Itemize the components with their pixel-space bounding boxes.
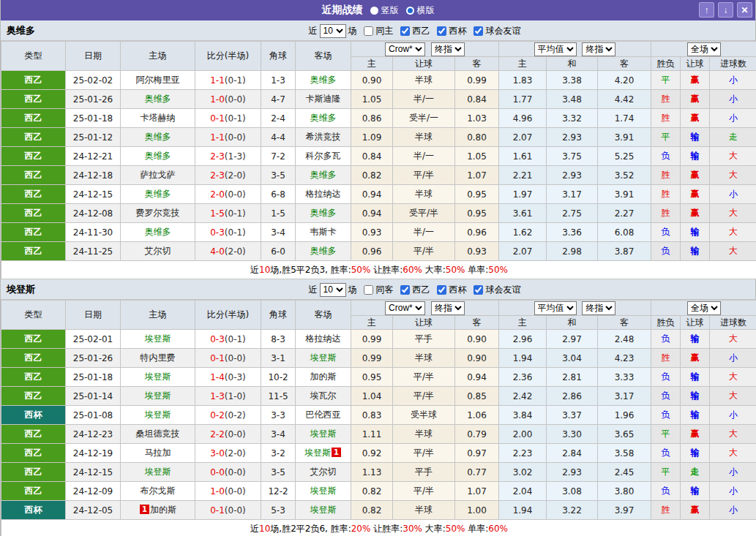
away-team-cell: 埃登斯 (296, 349, 351, 368)
result-goals-cell: 大 (710, 444, 756, 463)
move-down-button[interactable]: ↓ (718, 2, 733, 18)
euro-final-select[interactable]: 终指 (582, 42, 615, 56)
match-count-select[interactable]: 10 (320, 24, 346, 38)
asian-away-odds-cell: 0.99 (455, 71, 499, 90)
euro-draw-odds-cell: 2.93 (547, 128, 598, 147)
euro-home-odds-cell: 1.61 (499, 147, 547, 166)
euro-away-odds-cell: 3.80 (598, 482, 651, 501)
euro-home-odds-cell: 3.61 (499, 204, 547, 223)
match-row: 西乙24-12-08费罗尔竞技1-5(0-1)1-5奥维多0.94受平/半0.9… (1, 204, 756, 223)
asian-home-odds-cell: 0.95 (351, 368, 393, 387)
league-checkbox-liga2[interactable] (400, 26, 410, 36)
match-count-select[interactable]: 10 (320, 283, 346, 297)
same-home-label: 同主 (376, 25, 394, 37)
euro-home-odds-cell: 3.02 (499, 463, 547, 482)
result-goals-cell: 大 (710, 242, 756, 261)
euro-draw-odds-cell: 3.22 (547, 501, 598, 520)
euro-away-odds-cell: 2.45 (598, 463, 651, 482)
fulltime-group-header: 全场 (651, 42, 756, 57)
match-row: 西乙25-01-12奥维多1-1(0-0)4-4希洪竞技1.09半球0.802.… (1, 128, 756, 147)
asian-final-select[interactable]: 终指 (431, 301, 465, 315)
asian-handicap-cell: 半球 (393, 501, 455, 520)
league-checkbox-cup[interactable] (437, 26, 446, 36)
euro-final-select[interactable]: 终指 (582, 301, 615, 315)
result-goals-cell: 小 (710, 71, 756, 90)
sub-header-euro-away: 客 (598, 316, 651, 330)
match-date-cell: 25-01-26 (66, 90, 121, 109)
asian-handicap-cell: 平/半 (393, 482, 455, 501)
league-checkbox-liga2[interactable] (400, 285, 410, 295)
euro-source-select[interactable]: 平均值 (534, 301, 577, 315)
euro-draw-odds-cell: 2.84 (547, 444, 598, 463)
league-checkbox-friendly[interactable] (474, 285, 483, 295)
score-cell: 0-0(0-0) (195, 463, 261, 482)
euro-odds-group-header: 平均值 终指 (499, 301, 651, 316)
asian-handicap-cell: 平/半 (393, 166, 455, 185)
league-type-cell: 西乙 (1, 242, 66, 261)
league-label-liga2: 西乙 (413, 284, 430, 296)
red-card-badge: 1 (140, 505, 149, 514)
away-team-cell: 埃登斯 (296, 501, 351, 520)
sub-header-euro-draw: 和 (547, 316, 598, 330)
away-team-cell: 格拉纳达 (296, 185, 351, 204)
layout-option-vertical[interactable]: 竖版 (370, 4, 399, 17)
same-home-checkbox[interactable] (364, 26, 373, 36)
home-team-cell: 奥维多 (121, 90, 195, 109)
results-table: 类型 日期 主场 比分(半场) 角球 客场 Crow* 终指 平均值 终指 (1, 41, 756, 279)
asian-final-select[interactable]: 终指 (431, 42, 465, 56)
corner-cell: 3-5 (261, 463, 296, 482)
match-date-cell: 25-01-18 (66, 109, 121, 128)
match-row: 西乙25-02-02阿尔梅里亚1-1(0-1)1-3奥维多0.90半球0.991… (1, 71, 756, 90)
league-type-cell: 西乙 (1, 482, 66, 501)
asian-bookmaker-select[interactable]: Crow* (385, 301, 425, 315)
asian-home-odds-cell: 0.82 (351, 482, 393, 501)
fulltime-scope-select[interactable]: 全场 (687, 42, 721, 56)
same-away-checkbox[interactable] (364, 285, 373, 295)
team-name: 埃登斯 (7, 279, 35, 300)
league-type-cell: 西杯 (1, 501, 66, 520)
asian-home-odds-cell: 0.86 (351, 109, 393, 128)
results-tbody: 西乙25-02-01埃登斯0-3(0-1)8-3格拉纳达0.99平手0.902.… (1, 330, 756, 520)
home-team-cell: 埃登斯 (121, 406, 195, 425)
result-wdl-cell: 负 (651, 147, 681, 166)
result-wdl-cell: 胜 (651, 166, 681, 185)
euro-away-odds-cell: 3.91 (598, 185, 651, 204)
league-checkbox-cup[interactable] (437, 285, 446, 295)
result-handicap-cell: 输 (681, 368, 710, 387)
move-up-button[interactable]: ↑ (699, 2, 714, 18)
asian-home-odds-cell: 0.96 (351, 242, 393, 261)
euro-draw-odds-cell: 3.04 (547, 349, 598, 368)
result-handicap-cell: 走 (681, 463, 710, 482)
result-handicap-cell: 输 (681, 444, 710, 463)
asian-handicap-cell: 半/一 (393, 147, 455, 166)
league-type-cell: 西乙 (1, 444, 66, 463)
close-button[interactable]: ✕ (737, 2, 752, 18)
titlebar: 近期战绩 竖版 横版 ↑ ↓ ✕ (1, 0, 755, 20)
away-team-cell: 埃瓦尔 (296, 387, 351, 406)
euro-draw-odds-cell: 3.38 (547, 71, 598, 90)
home-team-cell: 马拉加 (121, 444, 195, 463)
euro-draw-odds-cell: 2.86 (547, 387, 598, 406)
sub-header-handicap-result: 让球 (681, 57, 710, 71)
asian-bookmaker-select[interactable]: Crow* (385, 42, 425, 56)
euro-source-select[interactable]: 平均值 (534, 42, 577, 56)
fulltime-scope-select[interactable]: 全场 (687, 301, 721, 315)
layout-option-horizontal[interactable]: 横版 (406, 4, 435, 17)
team-section-oviedo: 奥维多 近 10 场 同主 西乙 西杯 球会友谊 类型 日期 (1, 20, 755, 279)
corner-cell: 7-2 (261, 147, 296, 166)
league-type-cell: 西乙 (1, 330, 66, 349)
euro-draw-odds-cell: 2.81 (547, 368, 598, 387)
asian-away-odds-cell: 1.07 (455, 166, 499, 185)
euro-draw-odds-cell: 2.93 (547, 166, 598, 185)
asian-odds-group-header: Crow* 终指 (351, 301, 499, 316)
away-team-cell: 艾尔切 (296, 463, 351, 482)
corner-cell: 3-4 (261, 223, 296, 242)
league-checkbox-friendly[interactable] (474, 26, 483, 36)
match-date-cell: 25-02-02 (66, 71, 121, 90)
euro-home-odds-cell: 2.23 (499, 444, 547, 463)
asian-home-odds-cell: 0.99 (351, 330, 393, 349)
euro-home-odds-cell: 1.94 (499, 501, 547, 520)
away-team-cell: 奥维多 (296, 109, 351, 128)
result-handicap-cell: 赢 (681, 90, 710, 109)
euro-home-odds-cell: 2.07 (499, 128, 547, 147)
